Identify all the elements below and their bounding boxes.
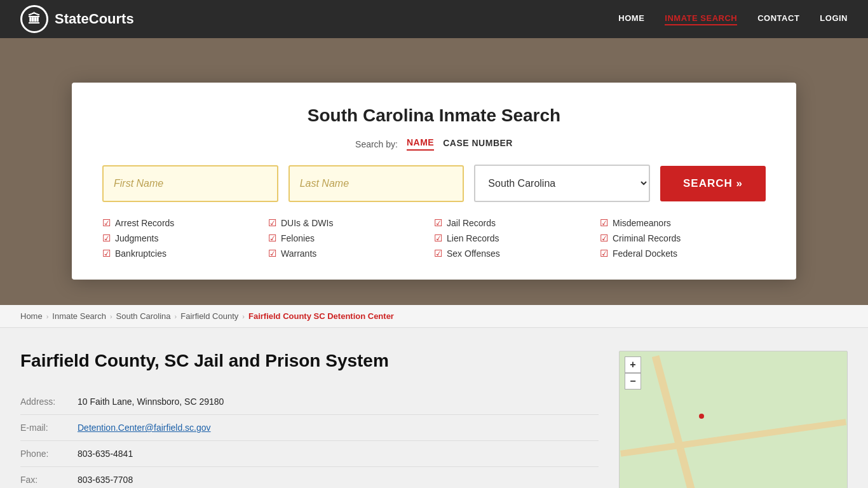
breadcrumb-sep-2: › bbox=[110, 313, 112, 320]
address-value: 10 Faith Lane, Winnsboro, SC 29180 bbox=[78, 389, 599, 415]
tab-case-number[interactable]: CASE NUMBER bbox=[443, 138, 513, 150]
nav-links: HOME INMATE SEARCH CONTACT LOGIN bbox=[618, 13, 848, 25]
checkbox-felonies: ☑ Felonies bbox=[268, 233, 434, 244]
search-button[interactable]: SEARCH » bbox=[660, 166, 766, 201]
breadcrumb-home[interactable]: Home bbox=[20, 311, 43, 321]
email-value: Detention.Center@fairfield.sc.gov bbox=[78, 415, 599, 441]
facility-info-table: Address: 10 Faith Lane, Winnsboro, SC 29… bbox=[20, 389, 599, 488]
modal-title: South Carolina Inmate Search bbox=[102, 105, 766, 126]
search-by-label: Search by: bbox=[355, 139, 398, 149]
search-inputs-row: South Carolina SEARCH » bbox=[102, 165, 766, 202]
checkmark-icon: ☑ bbox=[600, 217, 608, 229]
checkmark-icon: ☑ bbox=[600, 248, 608, 259]
checkmark-icon: ☑ bbox=[102, 217, 111, 229]
checkbox-criminal-records: ☑ Criminal Records bbox=[600, 233, 766, 244]
search-by-row: Search by: NAME CASE NUMBER bbox=[102, 137, 766, 151]
map-road-1 bbox=[652, 355, 695, 488]
checkbox-label: Warrants bbox=[281, 248, 316, 259]
checkbox-label: Criminal Records bbox=[613, 233, 681, 243]
checkbox-label: Jail Records bbox=[447, 218, 496, 228]
nav-contact[interactable]: CONTACT bbox=[757, 13, 799, 25]
tab-name[interactable]: NAME bbox=[407, 137, 434, 151]
checkbox-duis: ☑ DUIs & DWIs bbox=[268, 217, 434, 229]
checkmark-icon: ☑ bbox=[434, 233, 442, 244]
content-area: Fairfield County, SC Jail and Prison Sys… bbox=[0, 328, 868, 488]
state-select[interactable]: South Carolina bbox=[474, 165, 650, 202]
checkbox-label: Lien Records bbox=[447, 233, 499, 243]
content-left: Fairfield County, SC Jail and Prison Sys… bbox=[20, 351, 599, 488]
phone-label: Phone: bbox=[20, 441, 78, 467]
checkbox-label: Arrest Records bbox=[115, 218, 174, 228]
logo-text: StateCourts bbox=[55, 11, 134, 27]
breadcrumb-current: Fairfield County SC Detention Center bbox=[248, 311, 394, 321]
map-controls: + − bbox=[625, 356, 641, 390]
content-right: + − bbox=[619, 351, 848, 488]
checkbox-label: Felonies bbox=[281, 233, 315, 243]
nav-inmate-search[interactable]: INMATE SEARCH bbox=[665, 13, 737, 25]
breadcrumb-sep-1: › bbox=[46, 313, 49, 320]
checkbox-label: Judgments bbox=[115, 233, 158, 243]
address-row: Address: 10 Faith Lane, Winnsboro, SC 29… bbox=[20, 389, 599, 415]
checkbox-arrest-records: ☑ Arrest Records bbox=[102, 217, 268, 229]
checkmark-icon: ☑ bbox=[434, 217, 442, 229]
map-zoom-in-button[interactable]: + bbox=[625, 356, 641, 373]
nav-home[interactable]: HOME bbox=[618, 13, 644, 25]
checkbox-label: Misdemeanors bbox=[613, 218, 671, 228]
site-logo[interactable]: 🏛 StateCourts bbox=[20, 5, 134, 33]
breadcrumb-state[interactable]: South Carolina bbox=[116, 311, 171, 321]
fax-label: Fax: bbox=[20, 467, 78, 489]
checkmark-icon: ☑ bbox=[434, 248, 442, 259]
hero-section: COURTHOUSE South Carolina Inmate Search … bbox=[0, 38, 868, 305]
checkbox-warrants: ☑ Warrants bbox=[268, 248, 434, 259]
first-name-input[interactable] bbox=[102, 165, 278, 202]
map-location-dot bbox=[699, 414, 704, 419]
checkmark-icon: ☑ bbox=[102, 233, 111, 244]
checkmark-icon: ☑ bbox=[102, 248, 111, 259]
search-modal: South Carolina Inmate Search Search by: … bbox=[72, 83, 796, 280]
breadcrumb-sep-4: › bbox=[242, 313, 245, 320]
breadcrumb-inmate-search[interactable]: Inmate Search bbox=[52, 311, 106, 321]
address-label: Address: bbox=[20, 389, 78, 415]
map-zoom-out-button[interactable]: − bbox=[625, 373, 641, 390]
checkmark-icon: ☑ bbox=[268, 217, 276, 229]
checkbox-misdemeanors: ☑ Misdemeanors bbox=[600, 217, 766, 229]
checkbox-label: Federal Dockets bbox=[613, 248, 677, 259]
fax-value: 803-635-7708 bbox=[78, 467, 599, 489]
checkmark-icon: ☑ bbox=[600, 233, 608, 244]
checkbox-label: Sex Offenses bbox=[447, 248, 500, 259]
facility-title: Fairfield County, SC Jail and Prison Sys… bbox=[20, 351, 599, 371]
checkbox-bankruptcies: ☑ Bankruptcies bbox=[102, 248, 268, 259]
email-row: E-mail: Detention.Center@fairfield.sc.go… bbox=[20, 415, 599, 441]
checkbox-jail-records: ☑ Jail Records bbox=[434, 217, 600, 229]
fax-row: Fax: 803-635-7708 bbox=[20, 467, 599, 489]
navigation: 🏛 StateCourts HOME INMATE SEARCH CONTACT… bbox=[0, 0, 868, 38]
checkbox-federal-dockets: ☑ Federal Dockets bbox=[600, 248, 766, 259]
checkbox-sex-offenses: ☑ Sex Offenses bbox=[434, 248, 600, 259]
checkbox-label: Bankruptcies bbox=[115, 248, 166, 259]
email-link[interactable]: Detention.Center@fairfield.sc.gov bbox=[78, 423, 211, 433]
last-name-input[interactable] bbox=[288, 165, 465, 202]
checkbox-grid: ☑ Arrest Records ☑ DUIs & DWIs ☑ Jail Re… bbox=[102, 217, 766, 259]
map-container: + − bbox=[619, 351, 848, 488]
breadcrumb-county[interactable]: Fairfield County bbox=[180, 311, 238, 321]
email-label: E-mail: bbox=[20, 415, 78, 441]
phone-row: Phone: 803-635-4841 bbox=[20, 441, 599, 467]
map-road-2 bbox=[620, 419, 846, 457]
phone-value: 803-635-4841 bbox=[78, 441, 599, 467]
breadcrumb-sep-3: › bbox=[175, 313, 177, 320]
checkbox-label: DUIs & DWIs bbox=[281, 218, 333, 228]
checkbox-judgments: ☑ Judgments bbox=[102, 233, 268, 244]
logo-icon: 🏛 bbox=[20, 5, 48, 33]
checkmark-icon: ☑ bbox=[268, 248, 276, 259]
checkbox-lien-records: ☑ Lien Records bbox=[434, 233, 600, 244]
checkmark-icon: ☑ bbox=[268, 233, 276, 244]
nav-login[interactable]: LOGIN bbox=[820, 13, 848, 25]
breadcrumb: Home › Inmate Search › South Carolina › … bbox=[0, 305, 868, 328]
